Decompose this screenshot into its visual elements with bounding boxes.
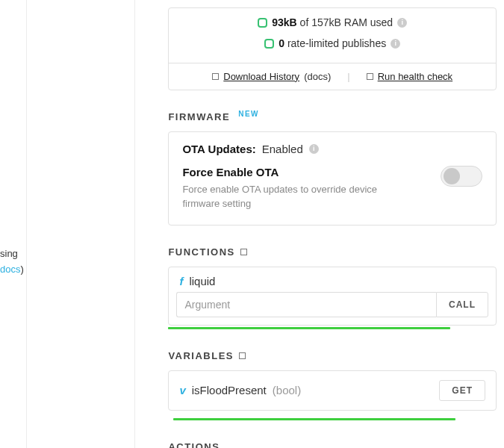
toggle-knob — [444, 168, 460, 184]
ota-updates-value: Enabled — [262, 143, 303, 155]
docs-link[interactable]: docs — [307, 71, 327, 82]
function-argument-input[interactable] — [176, 292, 436, 317]
rate-suffix: rate-limited publishes — [287, 37, 386, 49]
checkbox-icon — [240, 249, 247, 255]
ota-updates-title: OTA Updates: — [182, 143, 255, 155]
new-badge: NEW — [238, 110, 259, 118]
ring-icon — [258, 18, 267, 28]
section-label-text: FUNCTIONS — [168, 246, 234, 258]
checkbox-icon — [367, 73, 373, 80]
health-check-link[interactable]: Run health check — [378, 71, 452, 82]
checkbox-icon — [239, 352, 246, 359]
rate-row: 0 rate-limited publishes i — [264, 34, 400, 54]
section-label-text: ACTIONS — [168, 441, 220, 448]
device-status-panel: 93kB of 157kB RAM used i 0 rate-limited … — [168, 7, 497, 90]
ram-total: 157kB — [311, 16, 341, 28]
progress-bar — [173, 418, 455, 420]
docs-paren: (docs) — [304, 71, 331, 82]
download-history-link[interactable]: Download History — [223, 71, 299, 82]
info-icon[interactable]: i — [397, 18, 407, 28]
progress-bar — [168, 327, 450, 329]
function-name: liquid — [189, 275, 215, 287]
main-content: 93kB of 157kB RAM used i 0 rate-limited … — [135, 0, 504, 448]
section-actions-label: ACTIONS — [168, 441, 497, 448]
ram-suffix: RAM used — [344, 16, 393, 28]
firmware-panel: OTA Updates: Enabled i Force Enable OTA … — [168, 131, 497, 225]
checkbox-icon — [212, 73, 219, 80]
sidebar-item-label[interactable]: sing — [0, 248, 18, 259]
sidebar-fragment: sing docs) — [0, 0, 27, 448]
section-variables-label: VARIABLES — [168, 350, 497, 361]
ring-icon — [264, 39, 274, 49]
force-ota-toggle[interactable] — [441, 166, 482, 187]
footer-divider: | — [347, 71, 349, 82]
function-panel: f liquid CALL — [168, 267, 497, 326]
close-paren: ) — [20, 264, 23, 275]
sidebar-docs-link[interactable]: docs — [0, 264, 20, 275]
section-firmware-label: FIRMWARE NEW — [168, 111, 497, 122]
function-symbol-icon: f — [179, 275, 183, 287]
panel-footer: Download History (docs) | Run health che… — [169, 63, 496, 90]
get-button[interactable]: GET — [439, 380, 485, 401]
call-button[interactable]: CALL — [436, 292, 488, 317]
info-icon[interactable]: i — [309, 144, 319, 154]
variable-panel: v isFloodPresent (bool) GET — [168, 370, 497, 411]
ram-row: 93kB of 157kB RAM used i — [258, 13, 407, 33]
force-ota-desc: Force enable OTA updates to override dev… — [182, 182, 406, 211]
variable-symbol-icon: v — [179, 384, 185, 396]
force-ota-title: Force Enable OTA — [182, 166, 279, 178]
variable-type: (bool) — [273, 384, 301, 396]
ram-used-value: 93kB — [272, 16, 296, 28]
section-label-text: VARIABLES — [168, 350, 234, 361]
info-icon[interactable]: i — [391, 39, 400, 49]
section-functions-label: FUNCTIONS — [168, 246, 497, 258]
section-label-text: FIRMWARE — [168, 111, 230, 122]
variable-name: isFloodPresent — [192, 384, 267, 396]
rate-count: 0 — [279, 37, 284, 49]
ram-of: of — [300, 16, 309, 28]
